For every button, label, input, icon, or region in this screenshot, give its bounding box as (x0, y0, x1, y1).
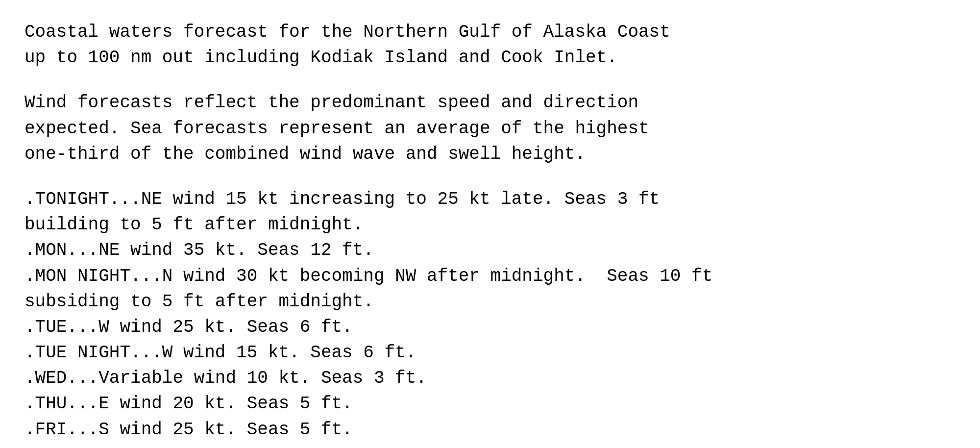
paragraph-3: .TONIGHT...NE wind 15 kt increasing to 2… (24, 187, 712, 443)
paragraph-1: Coastal waters forecast for the Northern… (24, 20, 712, 71)
paragraph-1-text: Coastal waters forecast for the Northern… (24, 22, 670, 68)
paragraph-2-text: Wind forecasts reflect the predominant s… (24, 93, 649, 164)
main-content: Coastal waters forecast for the Northern… (0, 0, 737, 448)
paragraph-3-text: .TONIGHT...NE wind 15 kt increasing to 2… (24, 189, 712, 440)
paragraph-2: Wind forecasts reflect the predominant s… (24, 90, 712, 167)
